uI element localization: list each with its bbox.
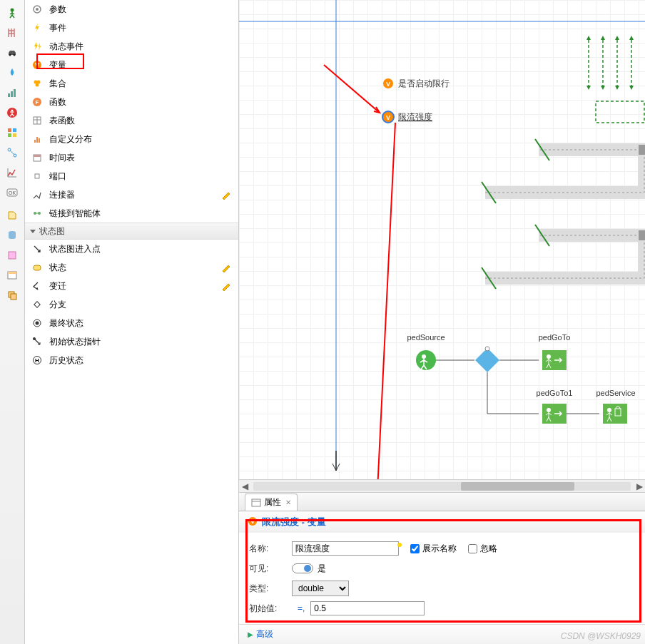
tool-walker-icon[interactable] (4, 4, 21, 21)
tool-chart2-icon[interactable] (4, 247, 21, 264)
pal-item-connector[interactable]: 连接器 (25, 185, 238, 204)
pal-item-state[interactable]: 状态 (25, 258, 238, 277)
set-icon (31, 77, 44, 90)
left-toolbar: OK (0, 0, 25, 644)
pal-label: 参数 (49, 4, 66, 16)
svg-point-43 (36, 322, 39, 325)
svg-point-28 (36, 83, 39, 87)
twisty-icon: ▶ (248, 630, 253, 638)
pal-label: 最终状态 (49, 317, 83, 329)
annotation-box (245, 519, 641, 623)
tool-copy-icon[interactable] (4, 287, 21, 304)
tool-stats-icon[interactable] (4, 164, 21, 181)
pal-label: 端口 (49, 170, 66, 183)
tool-accessibility-icon[interactable] (4, 104, 21, 121)
svg-rect-17 (9, 252, 16, 259)
pal-item-port[interactable]: 端口 (25, 167, 238, 185)
tab-properties[interactable]: 属性 ✕ (245, 494, 298, 511)
close-icon[interactable]: ✕ (285, 499, 291, 506)
h-scrollbar[interactable]: ◀ ▶ (239, 479, 645, 492)
tool-rail-icon[interactable] (4, 24, 21, 41)
svg-rect-3 (8, 93, 10, 97)
tool-network-icon[interactable] (4, 144, 21, 161)
scroll-left-icon[interactable]: ◀ (239, 481, 250, 491)
svg-point-2 (14, 54, 16, 56)
svg-rect-37 (35, 174, 39, 178)
pal-section-statechart[interactable]: 状态图 (25, 223, 238, 240)
svg-rect-87 (252, 499, 260, 506)
pal-section-label: 状态图 (39, 225, 65, 237)
canvas-area[interactable]: V 是否启动限行 V 限流强度 pedSource pedGoTo (239, 0, 645, 479)
fn-icon: F (31, 96, 44, 108)
pal-label: 连接器 (49, 189, 75, 201)
state-icon (31, 261, 44, 274)
pal-label: 集合 (49, 78, 66, 90)
svg-rect-36 (34, 155, 41, 157)
svg-rect-40 (34, 265, 41, 270)
pal-item-schedule[interactable]: 时间表 (25, 148, 238, 167)
tab-label: 属性 (264, 496, 281, 508)
pencil-icon[interactable] (221, 262, 231, 272)
pal-item-tablefn[interactable]: 表函数 (25, 111, 238, 130)
svg-rect-9 (13, 128, 16, 132)
pal-item-branch[interactable]: 分支 (25, 295, 238, 314)
svg-point-23 (36, 8, 39, 11)
pal-label: 链接到智能体 (49, 208, 101, 220)
link-icon (31, 207, 44, 220)
tool-chart-icon[interactable] (4, 84, 21, 101)
scroll-right-icon[interactable]: ▶ (634, 481, 645, 491)
dyn-bolt-icon (31, 40, 44, 53)
svg-line-86 (377, 123, 395, 479)
pal-item-function[interactable]: F函数 (25, 93, 238, 111)
table-icon (31, 114, 44, 127)
pal-label: 分支 (49, 299, 66, 311)
tool-car-icon[interactable] (4, 44, 21, 61)
svg-rect-10 (8, 133, 11, 137)
branch-icon (31, 298, 44, 311)
param-icon (31, 3, 44, 16)
svg-rect-21 (11, 294, 16, 300)
svg-rect-11 (13, 133, 16, 137)
conn-icon (31, 188, 44, 201)
pal-item-initptr[interactable]: 初始状态指针 (25, 332, 238, 351)
port-icon (31, 170, 44, 183)
trans-icon (31, 280, 44, 292)
pal-item-event[interactable]: 事件 (25, 19, 238, 37)
tool-script-icon[interactable] (4, 207, 21, 224)
pencil-icon[interactable] (221, 281, 231, 291)
tool-palette-icon[interactable] (4, 124, 21, 141)
pal-label: 历史状态 (49, 354, 83, 367)
svg-text:OK: OK (9, 190, 16, 195)
pal-label: 事件 (49, 22, 66, 34)
pal-label: 变迁 (49, 280, 66, 292)
pal-label: 状态图进入点 (49, 243, 101, 255)
pal-label: 自定义分布 (49, 133, 92, 145)
pencil-icon[interactable] (221, 190, 231, 200)
pal-label: 表函数 (49, 115, 75, 127)
tab-icon (251, 499, 261, 507)
pal-item-history[interactable]: H历史状态 (25, 351, 238, 369)
tool-fluid-icon[interactable] (4, 64, 21, 81)
pal-item-final[interactable]: 最终状态 (25, 314, 238, 332)
pal-item-dist[interactable]: 自定义分布 (25, 130, 238, 148)
svg-rect-32 (34, 140, 36, 143)
pal-item-collection[interactable]: 集合 (25, 74, 238, 93)
svg-point-7 (11, 110, 14, 112)
tool-window-icon[interactable] (4, 267, 21, 284)
svg-rect-34 (39, 138, 40, 143)
dist-icon (31, 133, 44, 145)
svg-rect-41 (34, 302, 40, 307)
pal-item-param[interactable]: 参数 (25, 0, 238, 19)
annotation-box (36, 53, 84, 69)
pal-label: 状态 (49, 262, 66, 274)
pal-item-transition[interactable]: 变迁 (25, 277, 238, 295)
svg-rect-8 (8, 128, 11, 132)
tool-ok-icon[interactable]: OK (4, 184, 21, 201)
pal-item-agentlink[interactable]: 链接到智能体 (25, 204, 238, 223)
svg-rect-33 (36, 137, 38, 143)
twisty-icon (29, 228, 36, 235)
tool-db-icon[interactable] (4, 227, 21, 244)
entry-icon (31, 242, 44, 255)
pal-item-entry[interactable]: 状态图进入点 (25, 240, 238, 258)
pal-label: 函数 (49, 96, 66, 108)
